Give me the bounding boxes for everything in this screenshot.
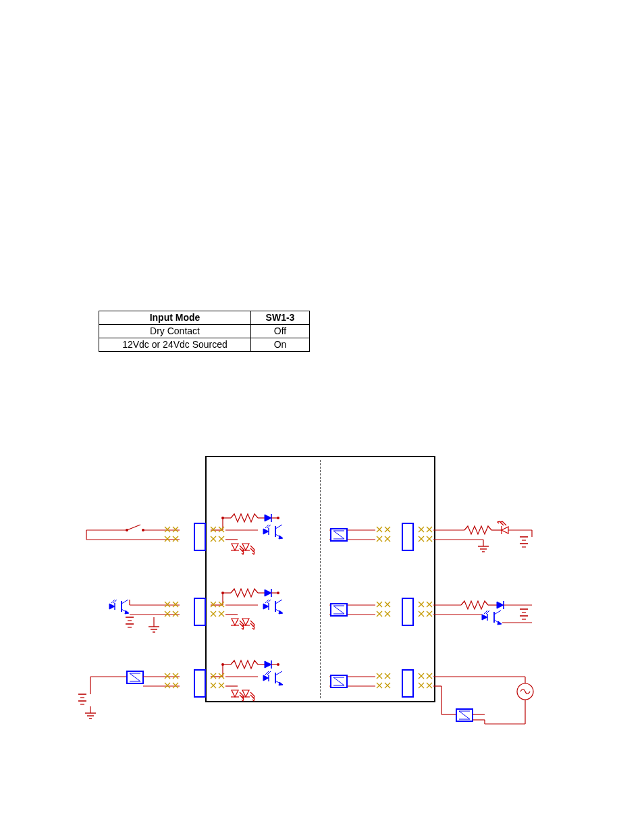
- connector-icon: [402, 670, 413, 697]
- connector-icon: [402, 523, 413, 550]
- switch-icon: [126, 525, 144, 531]
- cell-sourced-sw: On: [251, 338, 310, 352]
- table-header-sw1-3: SW1-3: [251, 311, 310, 325]
- cell-dry-contact-sw: Off: [251, 325, 310, 338]
- cell-dry-contact: Dry Contact: [99, 325, 251, 338]
- schematic-input-open-collector: [86, 578, 316, 652]
- resistor-icon: [464, 526, 491, 534]
- ground-icon: [149, 627, 159, 632]
- schematic-output-dc-led: [323, 503, 572, 577]
- diode-icon: [497, 601, 504, 609]
- schematic-divider: [320, 460, 321, 698]
- relay-icon: [456, 709, 473, 721]
- ac-source-icon: [517, 683, 533, 700]
- opto-icon: [109, 600, 129, 614]
- relay-icon: [127, 671, 143, 683]
- ground-icon: [85, 713, 96, 719]
- table-row: Dry Contact Off: [99, 325, 310, 338]
- schematic-input-sourced-dc: [86, 650, 316, 731]
- table-header-input-mode: Input Mode: [99, 311, 251, 325]
- connector-icon: [194, 670, 205, 697]
- battery-icon: [520, 537, 528, 547]
- ground-icon: [478, 546, 489, 552]
- table-row: Input Mode SW1-3: [99, 311, 310, 325]
- schematic-input-dry-contact: [86, 503, 316, 571]
- opto-icon: [482, 610, 502, 625]
- schematic-output-ac-relay: [323, 650, 579, 751]
- connector-icon: [194, 598, 205, 625]
- connector-icon: [402, 598, 413, 625]
- cell-sourced: 12Vdc or 24Vdc Sourced: [99, 338, 251, 352]
- schematic-output-opto: [323, 578, 572, 652]
- led-icon: [498, 521, 508, 534]
- input-mode-table: Input Mode SW1-3 Dry Contact Off 12Vdc o…: [99, 311, 310, 352]
- table-row: 12Vdc or 24Vdc Sourced On: [99, 338, 310, 352]
- connector-icon: [194, 523, 205, 550]
